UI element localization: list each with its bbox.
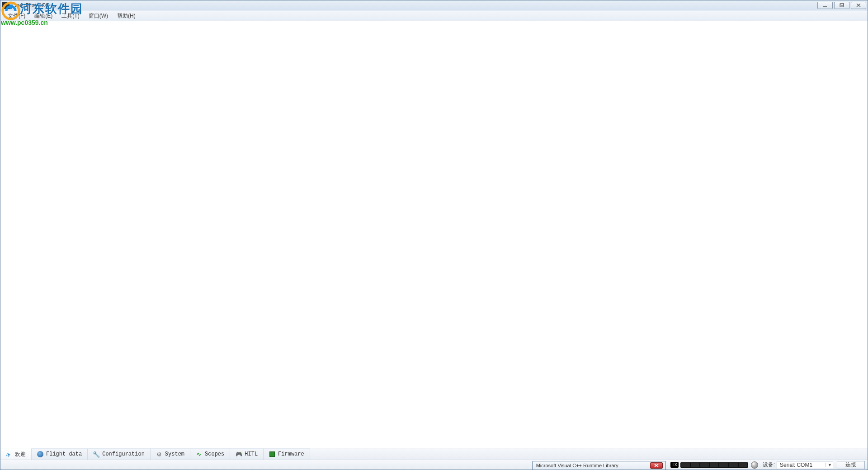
bottom-tabs: ✈ 欢迎 Flight data 🔧 Configuration ⚙ Syste…	[0, 448, 868, 460]
menu-edit[interactable]: 编辑(E)	[30, 10, 57, 21]
tab-firmware[interactable]: Firmware	[264, 448, 310, 460]
minimize-icon	[823, 4, 827, 7]
content-area	[0, 21, 868, 448]
titlebar: OpenPilot GCS	[0, 0, 868, 10]
dialog-title: Microsoft Visual C++ Runtime Library	[536, 463, 618, 468]
app-window: OpenPilot GCS 文件(F) 编辑(E) 工具(T) 窗口(W) 帮助…	[0, 0, 868, 470]
minimize-button[interactable]	[817, 2, 833, 9]
dialog-close-button[interactable]	[650, 462, 663, 469]
menubar: 文件(F) 编辑(E) 工具(T) 窗口(W) 帮助(H)	[0, 10, 868, 21]
tab-scopes-label: Scopes	[205, 451, 224, 457]
app-icon	[2, 2, 9, 9]
close-icon	[856, 3, 861, 7]
x-icon	[654, 464, 659, 467]
device-label: 设备:	[763, 461, 775, 469]
tx-label: Tx	[670, 462, 679, 468]
tab-hitl[interactable]: 🎮 HITL	[230, 448, 264, 460]
tab-welcome-label: 欢迎	[15, 451, 26, 458]
tab-flight-data-label: Flight data	[46, 451, 82, 457]
device-value: Serial: COM1	[780, 462, 812, 468]
tx-meter	[680, 462, 748, 468]
statusbar: Microsoft Visual C++ Runtime Library Tx …	[0, 460, 868, 470]
menu-file[interactable]: 文件(F)	[3, 10, 30, 21]
tab-scopes[interactable]: ∿ Scopes	[190, 448, 230, 460]
menu-help[interactable]: 帮助(H)	[113, 10, 140, 21]
connect-button[interactable]: 连接	[837, 461, 865, 469]
menu-tools[interactable]: 工具(T)	[57, 10, 84, 21]
tab-flight-data[interactable]: Flight data	[32, 448, 88, 460]
device-combo[interactable]: Serial: COM1 ▼	[777, 461, 833, 469]
connect-label: 连接	[845, 461, 856, 469]
tab-system-label: System	[165, 451, 184, 457]
tab-firmware-label: Firmware	[278, 451, 304, 457]
window-title: OpenPilot GCS	[11, 2, 49, 9]
taskbar-dialog-tab[interactable]: Microsoft Visual C++ Runtime Library	[532, 461, 666, 470]
scope-icon: ∿	[196, 451, 202, 457]
menu-window[interactable]: 窗口(W)	[84, 10, 113, 21]
gear-icon: ⚙	[156, 451, 162, 457]
maximize-icon	[840, 3, 844, 7]
maximize-button[interactable]	[834, 2, 849, 9]
wrench-icon: 🔧	[93, 451, 99, 457]
plane-icon: ✈	[5, 450, 13, 458]
tab-hitl-label: HITL	[245, 451, 258, 457]
tx-indicator: Tx	[670, 462, 748, 468]
tab-welcome[interactable]: ✈ 欢迎	[0, 448, 32, 460]
tab-configuration-label: Configuration	[102, 451, 145, 457]
chip-icon	[269, 451, 275, 457]
globe-icon	[37, 451, 43, 457]
rx-indicator-icon	[751, 461, 758, 469]
tab-system[interactable]: ⚙ System	[151, 448, 190, 460]
close-button[interactable]	[851, 2, 866, 9]
chevron-down-icon: ▼	[825, 463, 832, 467]
tab-configuration[interactable]: 🔧 Configuration	[88, 448, 151, 460]
gamepad-icon: 🎮	[236, 451, 242, 457]
